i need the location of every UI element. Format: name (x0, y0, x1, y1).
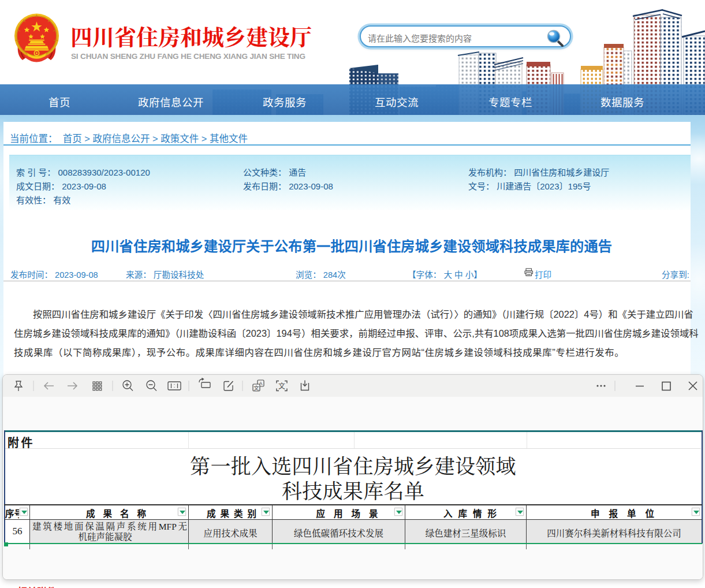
svg-text:文: 文 (253, 385, 259, 391)
svg-text:文: 文 (278, 382, 285, 390)
